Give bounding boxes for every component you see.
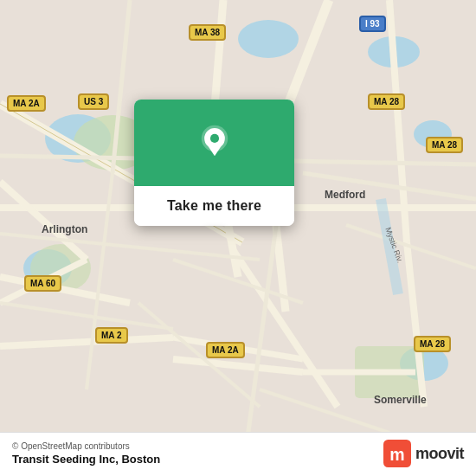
location-name: Transit Seeding Inc, Boston: [12, 453, 160, 466]
svg-line-18: [0, 182, 87, 260]
popup-card: Take me there: [134, 100, 294, 226]
svg-point-2: [238, 20, 299, 58]
map-svg: [0, 0, 476, 476]
location-pin-icon: [196, 124, 234, 162]
road-badge-i93: I 93: [359, 16, 386, 32]
osm-credit: © OpenStreetMap contributors: [12, 441, 160, 451]
road-badge-ma2: MA 2: [95, 327, 128, 344]
road-badge-ma2a-left: MA 2A: [7, 95, 46, 112]
svg-line-21: [0, 338, 173, 346]
svg-text:m: m: [389, 445, 404, 464]
road-badge-ma38: MA 38: [189, 24, 226, 41]
popup-green-area: [134, 100, 294, 186]
svg-line-25: [234, 251, 338, 407]
svg-line-32: [303, 173, 476, 199]
svg-line-23: [173, 359, 303, 372]
road-badge-ma28-bottom: MA 28: [414, 336, 451, 352]
road-badge-us3: US 3: [78, 93, 109, 110]
take-me-there-button[interactable]: Take me there: [134, 186, 294, 226]
bottom-left: © OpenStreetMap contributors Transit See…: [12, 441, 160, 466]
moovit-text: moovit: [415, 445, 464, 463]
moovit-icon: m: [383, 440, 411, 467]
road-badge-ma60: MA 60: [24, 275, 61, 292]
moovit-logo: m moovit: [383, 440, 464, 467]
svg-point-40: [209, 134, 218, 143]
road-badge-ma2a-bottom: MA 2A: [206, 342, 245, 358]
svg-line-31: [0, 303, 173, 329]
bottom-bar: © OpenStreetMap contributors Transit See…: [0, 432, 476, 476]
map-container: MA 38 I 93 US 3 MA 2A MA 28 MA 28 MA 60 …: [0, 0, 476, 476]
road-badge-ma28-right: MA 28: [426, 137, 463, 153]
svg-line-37: [381, 199, 398, 294]
road-badge-ma28-top: MA 28: [368, 93, 405, 110]
